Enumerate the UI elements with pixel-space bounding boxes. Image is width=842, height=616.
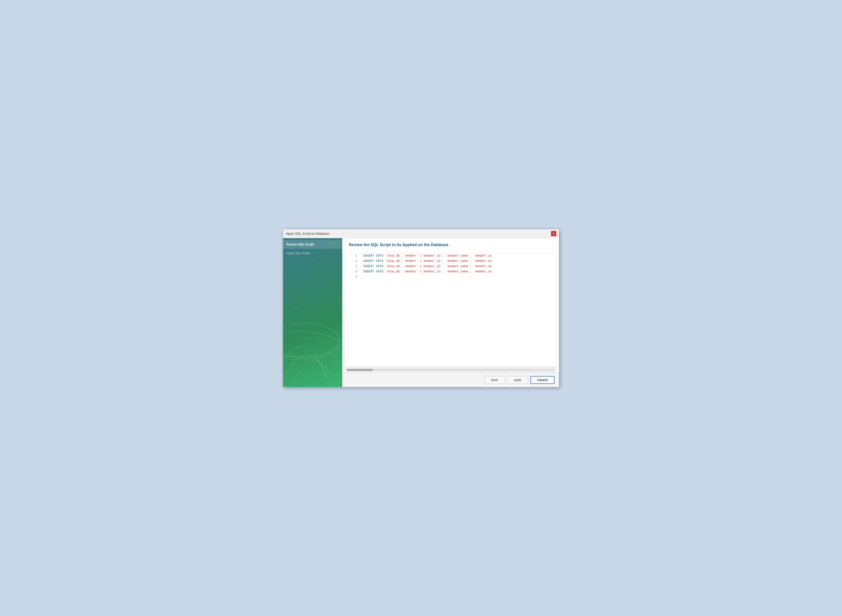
script-container[interactable]: 1INSERT INTO `shop_db`.`member` (`member… [344, 253, 557, 367]
svg-point-0 [283, 331, 339, 357]
scrollbar-thumb[interactable] [347, 369, 373, 371]
line-number: 5 [345, 274, 361, 279]
scrollbar-track[interactable] [347, 369, 554, 371]
line-code [361, 274, 557, 279]
sql-keyword: INSERT INTO [363, 270, 385, 273]
sidebar-item-apply-sql[interactable]: Apply SQL Script [283, 249, 342, 258]
line-number: 2 [345, 258, 361, 264]
script-line: 1INSERT INTO `shop_db`.`member` (`member… [345, 253, 557, 258]
sql-identifier: `shop_db`.`member` (`member_id`, `member… [385, 259, 492, 263]
sidebar-items: Review SQL Script Apply SQL Script [283, 238, 342, 258]
sidebar: Review SQL Script Apply SQL Script [283, 238, 342, 387]
dialog-overlay: Apply SQL Script to Database × Review [283, 229, 559, 387]
back-button[interactable]: Back [484, 376, 505, 384]
sql-identifier: `shop_db`.`member` (`member_id`, `member… [385, 264, 492, 268]
line-number: 4 [345, 269, 361, 274]
line-code: INSERT INTO `shop_db`.`member` (`member_… [361, 269, 557, 274]
dialog: Apply SQL Script to Database × Review [283, 229, 559, 387]
dialog-body: Review SQL Script Apply SQL Script Revie… [283, 238, 559, 387]
sql-identifier: `shop_db`.`member` (`member_id`, `member… [385, 270, 492, 273]
script-line: 2INSERT INTO `shop_db`.`member` (`member… [345, 258, 557, 264]
line-code: INSERT INTO `shop_db`.`member` (`member_… [361, 253, 557, 258]
line-number: 1 [345, 253, 361, 258]
close-button[interactable]: × [551, 231, 556, 236]
svg-point-1 [283, 323, 339, 357]
script-line: 5 [345, 274, 557, 279]
dialog-footer: Back Apply Cancel [342, 373, 559, 387]
script-line: 3INSERT INTO `shop_db`.`member` (`member… [345, 264, 557, 269]
scrollbar-area [344, 367, 557, 373]
sql-keyword: INSERT INTO [363, 254, 385, 258]
line-code: INSERT INTO `shop_db`.`member` (`member_… [361, 258, 557, 264]
line-number: 3 [345, 264, 361, 269]
script-area: 1INSERT INTO `shop_db`.`member` (`member… [342, 251, 559, 373]
line-code: INSERT INTO `shop_db`.`member` (`member_… [361, 264, 557, 269]
apply-button[interactable]: Apply [507, 376, 528, 384]
content-title: Review the SQL Script to be Applied on t… [349, 243, 553, 247]
sql-identifier: `shop_db`.`member` (`member_id`, `member… [385, 254, 492, 258]
cancel-button[interactable]: Cancel [530, 376, 554, 384]
main-content: Review the SQL Script to be Applied on t… [342, 238, 559, 387]
sidebar-decoration [283, 238, 342, 387]
dialog-title: Apply SQL Script to Database [286, 232, 329, 235]
content-header: Review the SQL Script to be Applied on t… [342, 238, 559, 251]
sql-keyword: INSERT INTO [363, 264, 385, 268]
script-line: 4INSERT INTO `shop_db`.`member` (`member… [345, 269, 557, 274]
sql-keyword: INSERT INTO [363, 259, 385, 263]
dialog-titlebar: Apply SQL Script to Database × [283, 229, 559, 238]
script-table: 1INSERT INTO `shop_db`.`member` (`member… [345, 253, 557, 279]
sidebar-item-review-sql[interactable]: Review SQL Script [283, 240, 342, 249]
